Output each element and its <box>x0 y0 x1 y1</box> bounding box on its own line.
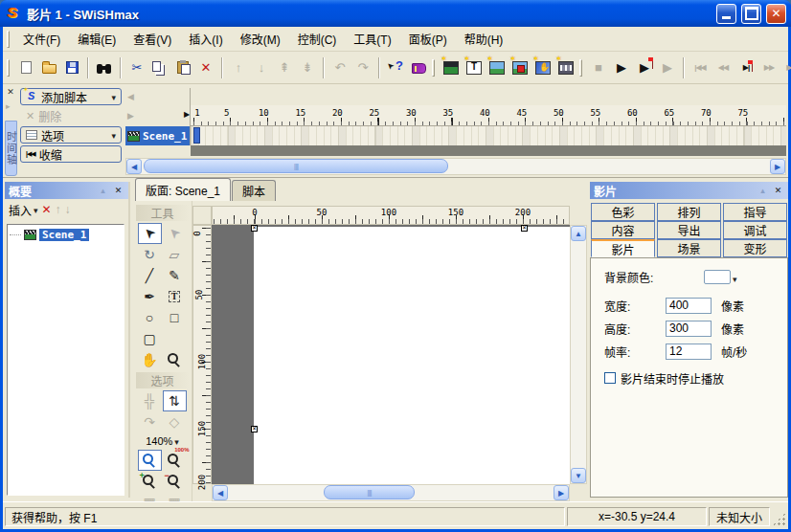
scroll-down-icon[interactable] <box>571 468 586 483</box>
tab-debug[interactable]: 调试 <box>723 221 787 239</box>
menu-view[interactable]: 查看(V) <box>124 28 180 50</box>
chevron-down-icon[interactable] <box>733 272 737 285</box>
minimize-button[interactable] <box>716 4 736 24</box>
bg-color-swatch[interactable] <box>704 270 731 284</box>
scroll-up-icon[interactable] <box>571 226 586 241</box>
add-script-button[interactable]: 添加脚本 <box>20 88 122 105</box>
timeline-frames-row[interactable] <box>191 126 786 145</box>
tab-arrange[interactable]: 排列 <box>657 203 721 221</box>
outline-delete-icon[interactable] <box>42 203 52 216</box>
ellipse-tool[interactable]: ○ <box>138 307 162 328</box>
zoom-100-tool[interactable]: 100% <box>163 450 187 471</box>
zoom-tool[interactable] <box>163 349 187 370</box>
panel-close-icon[interactable] <box>112 185 124 197</box>
menu-tools[interactable]: 工具(T) <box>345 28 399 50</box>
select-tool[interactable]: ➤ <box>138 223 162 244</box>
tab-script[interactable]: 脚本 <box>232 180 276 201</box>
zoom-level-select[interactable]: 140% <box>146 435 179 447</box>
tab-layout[interactable]: 版面: Scene_1 <box>135 178 231 201</box>
close-button[interactable] <box>766 4 786 24</box>
context-help-button[interactable] <box>384 56 407 78</box>
pan-tool[interactable]: ✋ <box>138 349 162 370</box>
new-button[interactable] <box>14 56 37 78</box>
insert-text-button[interactable] <box>463 56 486 78</box>
tab-content[interactable]: 内容 <box>591 221 655 239</box>
pen-tool[interactable]: ✒ <box>138 286 162 307</box>
menu-control[interactable]: 控制(C) <box>289 28 346 50</box>
collapse-button[interactable]: 收缩 <box>20 145 122 163</box>
zoom-window-tool[interactable] <box>138 450 162 471</box>
paste-button[interactable] <box>171 56 194 78</box>
tab-guide[interactable]: 指导 <box>723 203 787 221</box>
options-button[interactable]: 选项 <box>20 126 122 144</box>
timeline-frame-ruler[interactable]: 151015202530354045505560657075 <box>191 105 786 126</box>
menu-help[interactable]: 帮助(H) <box>456 28 512 50</box>
timeline-scroll-thumb[interactable] <box>144 159 448 173</box>
line-tool[interactable]: ╱ <box>138 265 162 286</box>
help-book-button[interactable] <box>407 56 430 78</box>
cut-button[interactable]: ✂ <box>125 56 148 78</box>
toolbar-grip[interactable] <box>7 59 10 77</box>
delete-button[interactable]: ✕ <box>194 56 217 78</box>
pencil-tool[interactable]: ✎ <box>163 265 187 286</box>
insert-image-button[interactable] <box>486 56 508 78</box>
maximize-button[interactable] <box>741 4 761 24</box>
frame-1-marker[interactable] <box>193 127 200 144</box>
stop-at-end-checkbox[interactable] <box>604 372 616 384</box>
playhead-icon[interactable] <box>184 110 190 119</box>
menu-modify[interactable]: 修改(M) <box>232 28 289 50</box>
stage-handle[interactable] <box>521 225 528 232</box>
scroll-right-icon[interactable] <box>554 485 569 500</box>
open-button[interactable] <box>37 56 60 78</box>
canvas-scroll-thumb[interactable] <box>324 485 415 499</box>
insert-scene-button[interactable] <box>440 56 463 78</box>
scroll-left-icon[interactable] <box>213 485 228 500</box>
scroll-left-icon[interactable] <box>126 159 142 174</box>
timeline-layer-scene1[interactable]: Scene_1 <box>125 126 191 145</box>
text-tool[interactable]: T <box>163 286 187 307</box>
insert-sprite-button[interactable] <box>531 56 554 78</box>
panel-collapse-icon[interactable] <box>97 185 109 197</box>
menubar-grip[interactable] <box>7 31 10 48</box>
framerate-field[interactable] <box>666 344 712 360</box>
perspective-tool[interactable]: ▱ <box>163 244 187 265</box>
insert-frames-button[interactable] <box>554 56 577 78</box>
timeline-scroll-track[interactable] <box>142 159 770 174</box>
tab-export[interactable]: 导出 <box>657 221 721 239</box>
timeline-vertical-tab[interactable]: 时间轴 <box>5 121 17 176</box>
scroll-right-icon[interactable] <box>770 159 785 174</box>
stage-handle[interactable] <box>251 225 258 232</box>
stage-handle[interactable] <box>251 426 258 432</box>
rect-tool[interactable]: □ <box>163 307 187 328</box>
width-field[interactable] <box>666 298 712 314</box>
menu-panels[interactable]: 面板(P) <box>400 28 456 50</box>
canvas-scroll-track[interactable] <box>228 485 554 500</box>
find-button[interactable] <box>93 56 116 78</box>
tab-color[interactable]: 色彩 <box>591 203 655 221</box>
roundrect-tool[interactable]: ▢ <box>138 328 162 349</box>
resize-grip[interactable] <box>772 512 786 526</box>
play-movie-button[interactable]: ▶ <box>633 56 656 78</box>
menu-file[interactable]: 文件(F) <box>14 28 69 50</box>
panel-close-icon[interactable] <box>772 185 784 197</box>
copy-button[interactable] <box>148 56 171 78</box>
save-button[interactable] <box>60 56 83 78</box>
transform-tool[interactable]: ↻ <box>138 244 162 265</box>
play-to-marker-button[interactable]: ▶| <box>734 56 757 78</box>
insert-button-button[interactable] <box>508 56 531 78</box>
tab-scene[interactable]: 场景 <box>657 239 721 257</box>
outline-insert-button[interactable]: 插入 <box>9 202 38 218</box>
toolbar-grip[interactable] <box>579 59 582 77</box>
height-field[interactable] <box>666 321 712 337</box>
workspace[interactable] <box>212 225 570 484</box>
zoom-in-tool[interactable]: + <box>138 471 162 492</box>
menu-insert[interactable]: 插入(I) <box>180 28 231 50</box>
toolbar-grip[interactable] <box>432 59 435 77</box>
movie-stage[interactable] <box>254 227 570 484</box>
tab-movie[interactable]: 影片 <box>591 239 655 257</box>
tab-transform[interactable]: 变形 <box>723 239 787 257</box>
subselect-tool[interactable]: ➤ <box>163 223 187 244</box>
menu-edit[interactable]: 编辑(E) <box>69 28 124 50</box>
panel-collapse-icon[interactable] <box>757 185 769 197</box>
timeline-close-icon[interactable] <box>5 86 16 98</box>
